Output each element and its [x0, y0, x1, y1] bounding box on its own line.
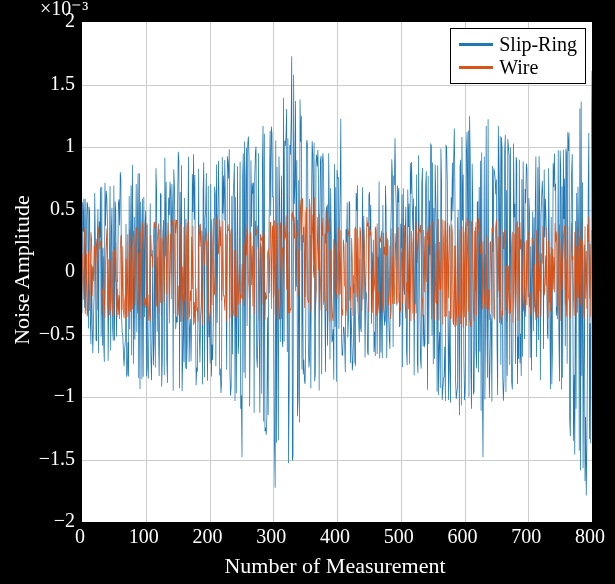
legend-swatch-slip-ring [459, 43, 493, 46]
x-tick-label: 100 [129, 525, 159, 548]
x-tick-label: 200 [193, 525, 223, 548]
legend-item-wire: Wire [459, 56, 577, 79]
x-axis-label: Number of Measurement [224, 553, 445, 579]
plot-area: Slip-Ring Wire [80, 20, 594, 524]
legend-item-slip-ring: Slip-Ring [459, 33, 577, 56]
y-tick-label: −2 [15, 509, 75, 532]
legend: Slip-Ring Wire [450, 28, 586, 84]
y-tick-label: −1 [15, 384, 75, 407]
y-tick-label: 2 [15, 9, 75, 32]
x-tick-label: 700 [511, 525, 541, 548]
x-tick-label: 600 [448, 525, 478, 548]
y-tick-label: −1.5 [15, 446, 75, 469]
legend-swatch-wire [459, 66, 493, 69]
x-tick-label: 300 [256, 525, 286, 548]
y-tick-label: 1 [15, 134, 75, 157]
chart-canvas [82, 22, 592, 522]
y-axis-label: Noise Amplitude [9, 195, 35, 345]
x-tick-label: 800 [575, 525, 605, 548]
legend-label: Wire [499, 56, 538, 79]
x-tick-label: 500 [384, 525, 414, 548]
y-tick-label: 1.5 [15, 71, 75, 94]
legend-label: Slip-Ring [499, 33, 577, 56]
x-tick-label: 0 [75, 525, 85, 548]
x-tick-label: 400 [320, 525, 350, 548]
